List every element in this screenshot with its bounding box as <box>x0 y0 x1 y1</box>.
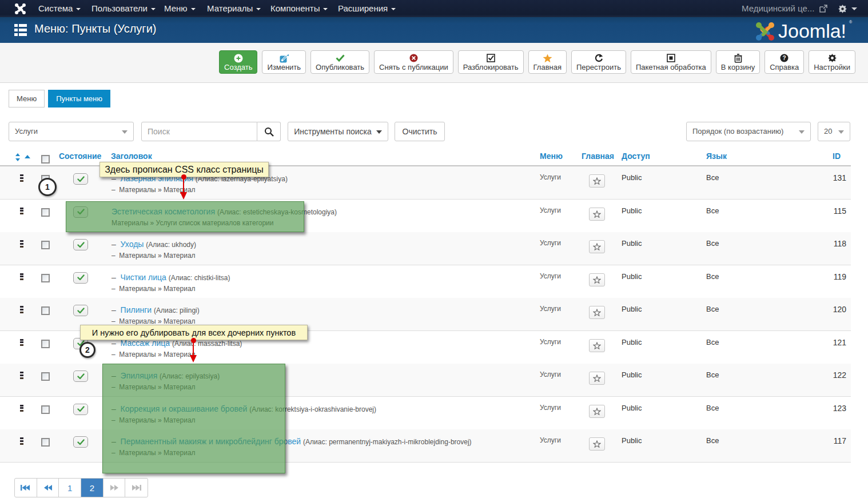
svg-text:?: ? <box>783 55 786 61</box>
